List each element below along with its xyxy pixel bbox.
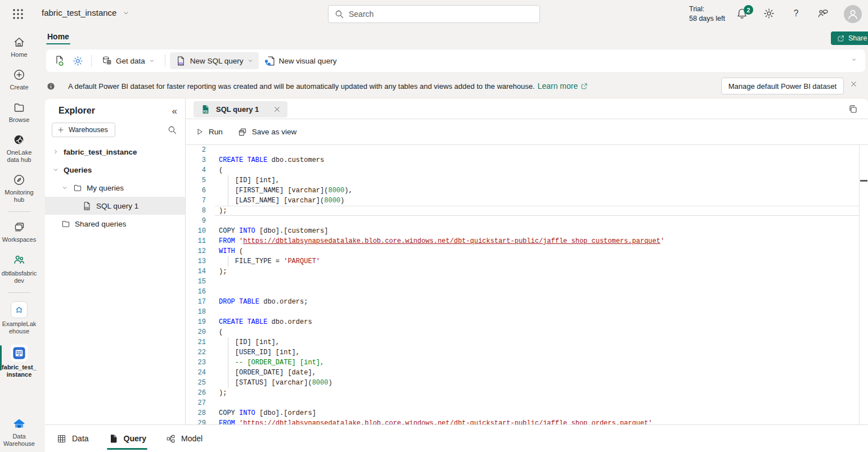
grid-icon bbox=[56, 433, 67, 444]
code-line[interactable]: 18 bbox=[186, 307, 859, 317]
view-tab-model[interactable]: Model bbox=[164, 425, 204, 452]
search-input[interactable]: Search bbox=[328, 5, 540, 23]
line-number: 3 bbox=[186, 155, 206, 165]
workspace-switcher[interactable]: fabric_test_instance bbox=[42, 8, 130, 17]
code-line[interactable]: 16 bbox=[186, 287, 859, 297]
sidebar-item-examplelakehouse[interactable]: ExampleLakehouse bbox=[0, 296, 38, 340]
code-line[interactable]: 27 bbox=[186, 398, 859, 408]
sidebar-item-data-warehouse[interactable]: Data Warehouse bbox=[0, 411, 38, 452]
close-tab-icon[interactable] bbox=[272, 105, 282, 115]
feedback-button[interactable] bbox=[817, 7, 830, 21]
tree-item[interactable]: Shared queries bbox=[45, 215, 185, 233]
code-line[interactable]: 28COPY INTO [dbo].[orders] bbox=[186, 408, 859, 418]
explorer-panel: Explorer « Warehouses fabric_test_instan… bbox=[45, 99, 186, 424]
visual-query-icon bbox=[264, 55, 276, 67]
code-line[interactable]: 25 [STATUS] [varchar](8000) bbox=[186, 378, 859, 388]
editor-pane: SQL SQL query 1 Run Save as view 23CREAT… bbox=[186, 99, 868, 424]
collapse-ribbon-button[interactable] bbox=[851, 56, 857, 63]
code-line[interactable]: 15 bbox=[186, 277, 859, 287]
manage-dataset-button[interactable]: Manage default Power BI dataset bbox=[721, 78, 844, 94]
settings-button[interactable] bbox=[763, 7, 776, 21]
code-line[interactable]: 24 [ORDER_DATE] [date], bbox=[186, 368, 859, 378]
run-button[interactable]: Run bbox=[195, 127, 223, 137]
sidebar-item-home[interactable]: Home bbox=[0, 30, 38, 63]
code-line[interactable]: 21 [ID] [int], bbox=[186, 337, 859, 347]
code-line[interactable]: 9 bbox=[186, 216, 859, 226]
tree-item[interactable]: My queries bbox=[45, 179, 185, 197]
external-link-icon bbox=[580, 82, 588, 91]
view-tab-query[interactable]: Query bbox=[107, 425, 147, 452]
save-as-view-icon bbox=[237, 127, 248, 137]
code-line[interactable]: 11FROM 'https://dbtlabsynapsedatalake.bl… bbox=[186, 236, 859, 246]
sidebar-item-workspaces[interactable]: Workspaces bbox=[0, 215, 38, 248]
code-text: CREATE TABLE dbo.customers bbox=[219, 155, 324, 165]
code-line[interactable]: 23 -- [ORDER_DATE] [int], bbox=[186, 358, 859, 368]
view-tab-label: Data bbox=[72, 434, 89, 443]
tree-item[interactable]: Queries bbox=[45, 161, 185, 179]
sql-code-editor[interactable]: 23CREATE TABLE dbo.customers4(5 [ID] [in… bbox=[186, 145, 860, 424]
chevron-down-icon bbox=[149, 57, 155, 64]
sidebar-item-onelake-data-hub[interactable]: OneLake data hub bbox=[0, 128, 38, 168]
code-line[interactable]: 19CREATE TABLE dbo.orders bbox=[186, 317, 859, 327]
refresh-button[interactable] bbox=[51, 52, 69, 69]
person-icon bbox=[845, 7, 860, 21]
code-line[interactable]: 2 bbox=[186, 145, 859, 155]
code-line[interactable]: 5 [ID] [int], bbox=[186, 175, 859, 186]
collapse-explorer-icon[interactable]: « bbox=[172, 106, 177, 116]
left-navigation-rail: HomeCreateBrowseOneLake data hubMonitori… bbox=[0, 30, 38, 452]
warehouse-settings-button[interactable] bbox=[69, 52, 87, 69]
line-number: 12 bbox=[186, 246, 206, 256]
code-line[interactable]: 22 [USER_ID] [int], bbox=[186, 347, 859, 358]
code-line[interactable]: 29FROM 'https://dbtlabsynapsedatalake.bl… bbox=[186, 418, 859, 424]
new-sql-query-button[interactable]: SQL New SQL query bbox=[170, 52, 259, 69]
account-avatar[interactable] bbox=[844, 5, 862, 23]
query-tab[interactable]: SQL SQL query 1 bbox=[194, 101, 287, 117]
new-visual-query-button[interactable]: New visual query bbox=[259, 52, 342, 69]
code-line[interactable]: 26); bbox=[186, 388, 859, 398]
line-number: 22 bbox=[186, 347, 206, 358]
code-text: CREATE TABLE dbo.orders bbox=[219, 317, 312, 327]
explorer-search-icon[interactable] bbox=[167, 125, 177, 135]
chevron-down-icon bbox=[247, 57, 254, 64]
add-warehouses-button[interactable]: Warehouses bbox=[52, 123, 115, 137]
code-line[interactable]: 14); bbox=[186, 266, 859, 277]
code-text: ); bbox=[219, 206, 227, 216]
sidebar-item-browse[interactable]: Browse bbox=[0, 96, 38, 128]
code-line[interactable]: 4( bbox=[186, 165, 859, 175]
close-icon bbox=[849, 80, 858, 88]
help-button[interactable]: ? bbox=[790, 7, 803, 21]
code-line[interactable]: 20( bbox=[186, 327, 859, 337]
code-line[interactable]: 10COPY INTO [dbo].[customers] bbox=[186, 226, 859, 236]
sidebar-item-create[interactable]: Create bbox=[0, 63, 38, 96]
feedback-icon bbox=[817, 7, 829, 20]
code-text: DROP TABLE dbo.orders; bbox=[219, 297, 308, 307]
learn-more-link[interactable]: Learn more bbox=[538, 82, 589, 91]
copy-icon[interactable] bbox=[848, 104, 859, 115]
get-data-button[interactable]: Get data bbox=[96, 52, 160, 69]
code-line[interactable]: 8); bbox=[186, 206, 859, 216]
code-line[interactable]: 13 FILE_TYPE = 'PARQUET' bbox=[186, 256, 859, 266]
ribbon-tab-home[interactable]: Home bbox=[46, 31, 70, 46]
code-line[interactable]: 3CREATE TABLE dbo.customers bbox=[186, 155, 859, 165]
code-line[interactable]: 17DROP TABLE dbo.orders; bbox=[186, 297, 859, 307]
save-as-view-button[interactable]: Save as view bbox=[237, 127, 297, 137]
tree-item[interactable]: SQLSQL query 1 bbox=[45, 197, 185, 215]
banner-close-button[interactable] bbox=[849, 80, 862, 92]
view-tab-data[interactable]: Data bbox=[55, 425, 90, 452]
share-button[interactable]: Share bbox=[831, 31, 868, 45]
editor-scrollbar[interactable] bbox=[860, 145, 868, 424]
svg-text:SQL: SQL bbox=[84, 207, 89, 210]
code-line[interactable]: 12WITH ( bbox=[186, 246, 859, 256]
tree-item[interactable]: fabric_test_instance bbox=[45, 143, 185, 161]
sql-file-icon: SQL bbox=[200, 104, 211, 115]
app-launcher-button[interactable] bbox=[11, 7, 27, 21]
sidebar-item-label: Home bbox=[1, 51, 37, 58]
sql-file-icon: SQL bbox=[175, 55, 187, 67]
sidebar-item-monitoring-hub[interactable]: Monitoring hub bbox=[0, 168, 38, 208]
code-text: ); bbox=[219, 266, 227, 277]
sidebar-item-fabric-test-instance[interactable]: fabric_test_instance bbox=[0, 340, 38, 383]
code-line[interactable]: 7 [LAST_NAME] [varchar](8000) bbox=[186, 196, 859, 206]
sidebar-item-dbtlabsfabricdev[interactable]: dbtlabsfabricdev bbox=[0, 248, 38, 289]
line-number: 15 bbox=[186, 277, 206, 287]
code-line[interactable]: 6 [FIRST_NAME] [varchar](8000), bbox=[186, 186, 859, 196]
